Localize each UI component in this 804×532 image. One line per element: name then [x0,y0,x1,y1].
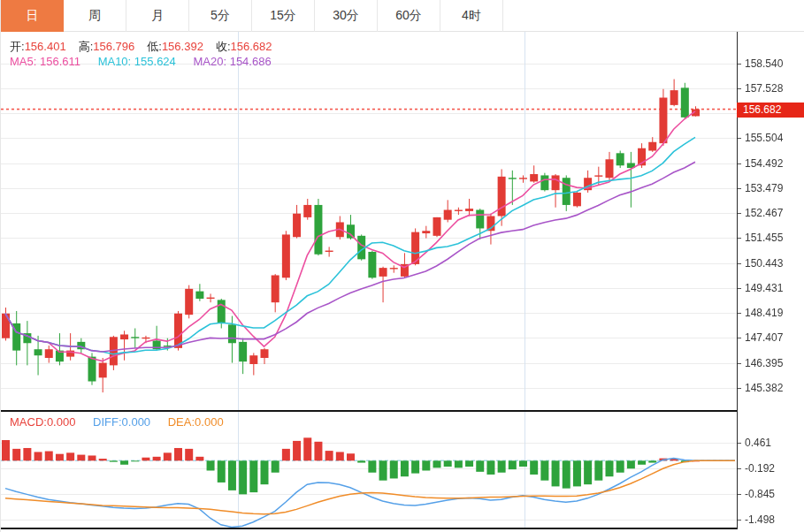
axis-tick [738,313,741,314]
axis-tick [738,363,741,364]
ma20-label: MA20: [193,55,226,68]
ma5-value: 156.611 [40,55,80,68]
tab-60分[interactable]: 60分 [378,0,440,32]
macd-chart-canvas[interactable] [1,412,737,528]
y-axis-label: -1.498 [745,513,775,526]
axis-tick [738,213,741,214]
bottom-border [1,528,738,529]
high-label: 高: [79,40,94,53]
axis-tick [738,468,741,469]
ma-legend-row: MA5: 156.611 MA10: 155.624 MA20: 154.686 [10,55,286,68]
y-axis-label: 155.504 [745,132,783,144]
ma10-label: MA10: [98,55,132,68]
macd-value: 0.000 [47,415,76,429]
trading-chart-app: 日周月5分15分30分60分4时 开:156.401高:156.796低:156… [0,0,804,532]
y-axis-label: 151.455 [745,232,783,244]
y-axis-label: 0.461 [745,437,771,449]
price-chart-canvas[interactable] [1,32,737,411]
y-axis-label: 150.443 [745,257,783,270]
axis-tick [738,163,741,164]
axis-tick [738,263,741,264]
ma20-value: 154.686 [230,55,272,68]
panel-separator [1,410,738,412]
tab-日[interactable]: 日 [1,0,64,32]
y-axis-label: -0.192 [745,462,775,475]
tab-周[interactable]: 周 [64,0,126,32]
tab-5分[interactable]: 5分 [189,0,252,32]
axis-tick [738,238,741,239]
axis-tick [738,338,741,338]
timeframe-tabbar: 日周月5分15分30分60分4时 [1,0,804,32]
axis-tick [738,494,741,495]
y-axis-label: 158.540 [745,57,783,70]
tab-15分[interactable]: 15分 [252,0,315,32]
y-axis-label: 153.479 [745,182,783,194]
axis-tick [738,138,741,139]
low-label: 低: [147,40,162,53]
last-price-badge: 156.682 [737,103,804,118]
macd-label: MACD: [10,415,47,429]
axis-tick [738,88,741,89]
open-value: 156.401 [25,40,66,53]
y-axis-label: 145.382 [745,382,783,394]
y-axis-label: -0.845 [745,488,775,500]
axis-tick [738,520,741,521]
macd-legend-row: MACD:0.000 DIFF:0.000 DEA:0.000 [10,415,238,429]
y-axis-label: 154.492 [745,157,783,170]
open-label: 开: [10,40,25,53]
y-axis-label: 148.419 [745,307,783,319]
ma5-label: MA5: [10,55,36,68]
tab-月[interactable]: 月 [126,0,189,32]
diff-label: DIFF: [93,415,122,429]
y-axis-label: 152.467 [745,207,783,219]
axis-tick [738,443,741,444]
axis-tick [738,188,741,189]
low-value: 156.392 [162,40,203,53]
axis-tick [738,288,741,289]
ohlc-row: 开:156.401高:156.796低:156.392收:156.682 [10,39,285,55]
high-value: 156.796 [93,40,134,53]
diff-value: 0.000 [122,415,151,429]
y-axis-label: 157.528 [745,82,783,95]
axis-tick [738,64,741,65]
axis-tick [738,388,741,389]
y-axis-label: 147.407 [745,331,783,344]
close-label: 收: [216,40,231,53]
tab-4时[interactable]: 4时 [440,0,503,32]
dea-label: DEA: [168,415,195,429]
y-axis-label: 146.395 [745,357,783,369]
y-axis-label: 149.431 [745,282,783,294]
close-value: 156.682 [231,40,272,53]
tab-30分[interactable]: 30分 [315,0,378,32]
ma10-value: 155.624 [134,55,176,68]
dea-value: 0.000 [195,415,224,429]
